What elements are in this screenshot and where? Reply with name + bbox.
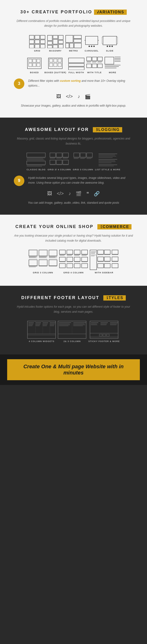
ecommerce-section: CREATE YOUR ONLINE SHOP ECOMMERCE Are yo… (0, 215, 147, 286)
svg-rect-211 (90, 321, 118, 338)
video-icon2: 🎬 (76, 191, 82, 196)
ecommerce-thumbs: GRID 3 COLUMN (7, 250, 140, 274)
svg-rect-163 (98, 250, 104, 254)
svg-rect-10 (53, 35, 58, 39)
svg-rect-1 (35, 35, 40, 39)
music-icon2: ♪ (68, 191, 71, 196)
grid3col-thumb-icon (74, 153, 92, 167)
svg-rect-32 (116, 37, 118, 44)
thumb-4col-widget: 4 COLUMN WIDGETS (27, 321, 56, 342)
boxed-gutter-thumb-icon (47, 57, 64, 70)
thumb-boxed-gutter: BOXED (GUTTER) (44, 57, 66, 74)
more-thumb-icon (104, 57, 121, 70)
svg-rect-39 (37, 59, 40, 62)
portfolio-title: 30+ CREATIVE PORTFOLIO VARIATIONS (7, 10, 140, 15)
svg-rect-169 (98, 257, 104, 261)
portfolio-showcase-text: Showcase your Images, gallery, audios an… (14, 103, 133, 108)
quote-icon: ❝ (86, 191, 89, 196)
svg-rect-164 (104, 250, 110, 254)
svg-rect-165 (112, 250, 118, 254)
list-style-thumb-icon (98, 153, 118, 167)
grid34-thumb-icon (50, 153, 69, 167)
cta-section: Create One & Multi page Website with in … (0, 354, 147, 385)
svg-rect-2 (40, 35, 45, 39)
thumb-sticky-footer: STICKY FOOTER & MORE (88, 321, 120, 342)
svg-rect-40 (29, 63, 32, 66)
sticky-footer-thumb-icon (90, 321, 118, 339)
svg-rect-126 (29, 260, 37, 266)
cta-banner[interactable]: Create One & Multi page Website with in … (7, 359, 140, 380)
video-icon: 🎬 (85, 94, 91, 100)
thumb-grid34: GRID 3/ 4 COLUMN (48, 153, 71, 171)
svg-rect-175 (98, 264, 104, 268)
with-title-thumb-icon (86, 57, 102, 70)
svg-rect-63 (92, 64, 97, 68)
svg-rect-133 (60, 250, 66, 254)
footer-thumbs: 4 COLUMN WIDGETS 2& 3 COLUMN (7, 321, 140, 342)
ecom-grid4-thumb-icon (59, 250, 88, 270)
thumb-with-title: WITH TITLE (86, 57, 102, 74)
masonry-thumb-icon (47, 35, 64, 48)
portfolio-icons: 🖼 </> ♪ 🎬 (7, 94, 140, 100)
svg-rect-114 (29, 250, 37, 256)
svg-rect-17 (58, 44, 63, 48)
svg-rect-37 (29, 59, 32, 62)
svg-rect-170 (104, 257, 110, 261)
thumb-masonry: MASONRY (47, 35, 64, 52)
footer-section: DIFFERENT FOOTER LAYOUT STYLES Hydd inlc… (0, 286, 147, 354)
blog-title: AWESOME LAYOUT FOR BLOGGING (7, 127, 140, 132)
svg-rect-51 (68, 64, 84, 66)
svg-rect-222 (103, 334, 106, 336)
blog-feature: 9 Hydd includes several blog post types,… (12, 176, 136, 186)
blog-badge: 9 (14, 176, 24, 186)
ecom-grid3-thumb-icon (29, 250, 57, 270)
cta-text: Create One & Multi page Website with in … (24, 364, 124, 376)
svg-rect-54 (92, 57, 97, 61)
thumb-boxed: BOXED (26, 57, 42, 74)
blog-icons: 🖼 </> ♪ 🎬 ❝ 🔗 (7, 191, 140, 196)
svg-point-27 (93, 46, 95, 47)
svg-rect-134 (67, 250, 73, 254)
svg-rect-6 (29, 44, 34, 48)
grid-thumb-icon (29, 35, 45, 48)
svg-rect-91 (63, 160, 68, 164)
footer-layout-title: DIFFERENT FOOTER LAYOUT STYLES (7, 295, 140, 300)
svg-rect-148 (82, 257, 88, 262)
thumb-list-style: LIST STYLE & MORE (95, 153, 120, 171)
svg-rect-18 (66, 35, 73, 42)
ecommerce-subtitle: Are you looking showcase your single pro… (14, 233, 133, 243)
svg-rect-115 (39, 250, 47, 256)
svg-rect-82 (63, 153, 68, 157)
svg-rect-116 (49, 250, 57, 256)
svg-rect-42 (37, 63, 40, 66)
svg-rect-64 (98, 64, 102, 68)
svg-rect-147 (74, 257, 80, 262)
ecommerce-title: CREATE YOUR ONLINE SHOP ECOMMERCE (7, 224, 140, 230)
footer-subtitle: Hydd inlcudes footer options for each pa… (14, 304, 133, 314)
svg-rect-223 (106, 334, 109, 336)
svg-rect-135 (74, 250, 80, 254)
svg-rect-16 (53, 45, 58, 48)
thumb-ecom-grid3: GRID 3 COLUMN (29, 250, 57, 274)
link-icon: 🔗 (94, 191, 100, 196)
svg-rect-73 (27, 153, 45, 157)
svg-rect-30 (103, 36, 117, 45)
svg-rect-146 (67, 257, 73, 262)
svg-rect-0 (29, 35, 34, 39)
thumb-grid: GRID (29, 35, 45, 52)
svg-rect-89 (50, 160, 56, 164)
blog-thumbs: CLASSIC BLOG GRID 3/ 4 COLUMN (7, 153, 140, 171)
svg-rect-7 (35, 44, 40, 48)
svg-rect-13 (53, 39, 58, 44)
23col-thumb-icon (58, 321, 86, 339)
svg-rect-97 (86, 153, 92, 157)
svg-rect-44 (50, 59, 53, 62)
thumb-metro: METRO (66, 35, 82, 52)
svg-rect-96 (80, 153, 86, 157)
svg-rect-90 (56, 160, 62, 164)
thumb-ecom-sidebar: WITH SIDEBAR (90, 250, 118, 274)
thumb-more: MORE (104, 57, 121, 74)
portfolio-subtitle: Different combinations of portfolio modu… (14, 18, 133, 28)
portfolio-badge: 3 (14, 78, 24, 89)
portfolio-feature: 3 Different filter styles with custom so… (12, 78, 136, 89)
